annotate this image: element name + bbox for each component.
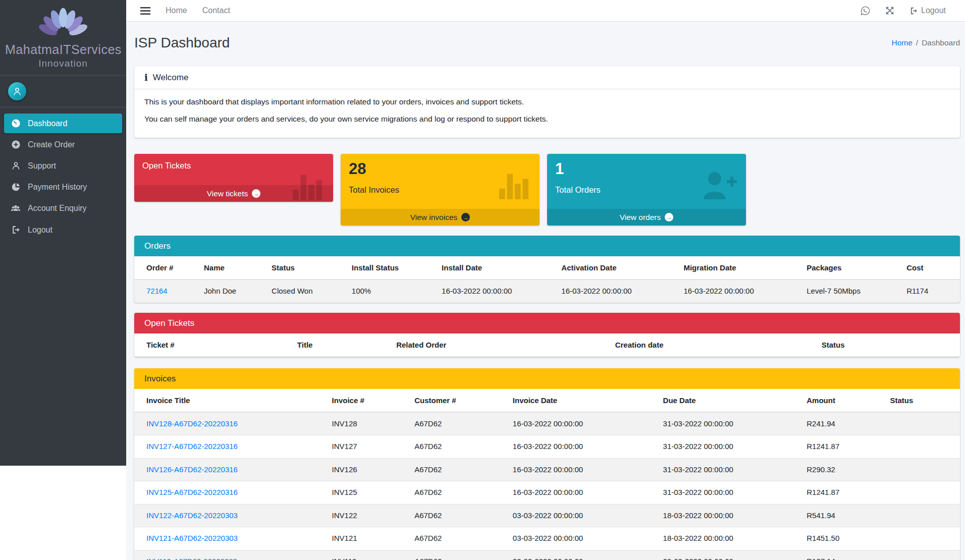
- column-header: Install Date: [436, 256, 555, 279]
- orders-table: Order #NameStatusInstall StatusInstall D…: [134, 256, 960, 303]
- user-avatar[interactable]: [8, 82, 26, 100]
- table-cell: INV126: [326, 458, 409, 481]
- table-cell: INV119-A67D62-20220222: [134, 550, 326, 560]
- total-invoices-card: 28 Total Invoices View invoices →: [341, 154, 540, 226]
- sidebar-item-payment-history[interactable]: Payment History: [4, 177, 122, 197]
- welcome-paragraph: This is your dashboard that displays imp…: [144, 97, 950, 106]
- column-header: Invoice Date: [507, 389, 657, 412]
- table-cell: R1451.50: [800, 527, 884, 550]
- users-icon: [10, 203, 21, 213]
- invoices-table: Invoice TitleInvoice #Customer #Invoice …: [134, 389, 960, 560]
- invoices-section-header: Invoices: [134, 368, 960, 389]
- invoices-row: INV122-A67D62-20220303INV122A67D6203-03-…: [134, 504, 960, 527]
- table-cell: A67D62: [408, 458, 507, 481]
- stat-cards-row: Open Tickets View tickets →: [134, 154, 960, 226]
- brand-title: MahatmaITServices: [5, 42, 121, 57]
- column-header: Install Status: [346, 256, 436, 279]
- row-link[interactable]: INV125-A67D62-20220316: [146, 488, 238, 496]
- column-header: Ticket #: [134, 333, 291, 357]
- table-cell: A67D62: [408, 435, 507, 459]
- whatsapp-icon[interactable]: [861, 6, 870, 16]
- sidebar-item-create-order[interactable]: Create Order: [4, 135, 122, 154]
- sidebar-item-support[interactable]: Support: [4, 156, 122, 176]
- welcome-paragraph: You can self manage your orders and serv…: [144, 115, 950, 124]
- open-tickets-section: Open Tickets Ticket #TitleRelated OrderC…: [134, 313, 960, 357]
- table-cell: INV121-A67D62-20220303: [134, 527, 326, 550]
- arrow-circle-icon: →: [665, 213, 673, 221]
- table-cell: INV127: [326, 435, 409, 459]
- nav-link-home[interactable]: Home: [166, 6, 187, 15]
- user-panel: [0, 76, 126, 107]
- view-orders-label: View orders: [620, 213, 661, 222]
- table-cell: [884, 412, 960, 435]
- row-link[interactable]: INV119-A67D62-20220222: [146, 557, 237, 560]
- invoices-header-row: Invoice TitleInvoice #Customer #Invoice …: [134, 389, 960, 412]
- plus-circle-icon: [10, 140, 21, 149]
- column-header: Related Order: [390, 333, 609, 357]
- breadcrumb-home-link[interactable]: Home: [892, 38, 913, 47]
- total-orders-card: 1 Total Orders View orders →: [547, 154, 746, 226]
- row-link[interactable]: INV127-A67D62-20220316: [146, 442, 238, 451]
- lotus-logo-icon: [33, 7, 93, 39]
- table-cell: R290.32: [800, 458, 884, 481]
- table-cell: INV125: [326, 481, 409, 505]
- invoices-row: INV128-A67D62-20220316INV128A67D6216-03-…: [134, 412, 960, 435]
- row-link[interactable]: 72164: [146, 287, 168, 295]
- table-cell: [884, 481, 960, 505]
- view-invoices-button[interactable]: View invoices →: [341, 209, 540, 226]
- column-header: Invoice Title: [134, 389, 326, 412]
- table-cell: R541.94: [800, 504, 884, 527]
- table-cell: 03-03-2022 00:00:00: [507, 504, 657, 527]
- bar-chart-icon: [499, 170, 530, 201]
- welcome-card: i Welcome This is your dashboard that di…: [134, 66, 960, 138]
- invoices-row: INV125-A67D62-20220316INV125A67D6216-03-…: [134, 481, 960, 505]
- welcome-title: Welcome: [153, 73, 189, 83]
- column-header: Due Date: [657, 389, 801, 412]
- table-cell: [884, 550, 960, 560]
- sidebar-item-label: Dashboard: [28, 119, 67, 128]
- sidebar-item-label: Payment History: [28, 183, 87, 192]
- hamburger-menu-icon[interactable]: [140, 7, 150, 15]
- table-cell: 100%: [346, 279, 436, 303]
- table-cell: INV126-A67D62-20220316: [134, 458, 326, 481]
- sidebar-item-logout[interactable]: Logout: [4, 220, 122, 240]
- table-cell: [884, 458, 960, 481]
- sidebar-item-account-enquiry[interactable]: Account Enquiry: [4, 198, 122, 218]
- column-header: Cost: [900, 256, 960, 279]
- table-cell: 16-03-2022 00:00:00: [677, 279, 800, 303]
- view-orders-button[interactable]: View orders →: [547, 209, 746, 226]
- orders-row: 72164John DoeClosed Won100%16-03-2022 00…: [134, 279, 960, 303]
- table-cell: 31-03-2022 00:00:00: [657, 435, 801, 459]
- person-icon: [12, 86, 23, 97]
- brand-subtitle: Innovation: [5, 58, 121, 69]
- invoices-card: Invoices Invoice TitleInvoice #Customer …: [134, 368, 960, 560]
- table-cell: A67D62: [408, 481, 507, 505]
- table-cell: A67D62: [408, 550, 507, 560]
- navbar-logout-button[interactable]: Logout: [909, 6, 946, 15]
- breadcrumb-separator: /: [916, 38, 918, 47]
- column-header: Name: [198, 256, 265, 279]
- arrow-circle-icon: →: [461, 213, 470, 221]
- table-cell: 31-03-2022 00:00:00: [657, 481, 801, 505]
- table-cell: INV121: [326, 527, 409, 550]
- sidebar-item-label: Logout: [28, 226, 52, 235]
- table-cell: A67D62: [408, 527, 507, 550]
- orders-table-body: 72164John DoeClosed Won100%16-03-2022 00…: [134, 279, 960, 303]
- breadcrumb: Home/Dashboard: [892, 38, 960, 47]
- table-cell: 18-03-2022 00:00:00: [657, 527, 801, 550]
- info-icon: i: [144, 72, 148, 83]
- content-wrapper: ISP Dashboard Home/Dashboard i Welcome T…: [126, 22, 965, 560]
- row-link[interactable]: INV126-A67D62-20220316: [146, 465, 238, 474]
- tickets-table: Ticket #TitleRelated OrderCreation dateS…: [134, 333, 960, 357]
- table-cell: INV122-A67D62-20220303: [134, 504, 326, 527]
- row-link[interactable]: INV122-A67D62-20220303: [146, 511, 238, 520]
- row-link[interactable]: INV128-A67D62-20220316: [146, 419, 238, 428]
- table-cell: 72164: [134, 279, 198, 303]
- column-header: Packages: [800, 256, 900, 279]
- column-header: Amount: [800, 389, 884, 412]
- fullscreen-icon[interactable]: [885, 6, 894, 15]
- row-link[interactable]: INV121-A67D62-20220303: [146, 534, 238, 542]
- nav-link-contact[interactable]: Contact: [202, 6, 230, 15]
- sidebar-item-dashboard[interactable]: Dashboard: [4, 114, 122, 133]
- table-cell: 09-03-2022 00:00:00: [657, 550, 801, 560]
